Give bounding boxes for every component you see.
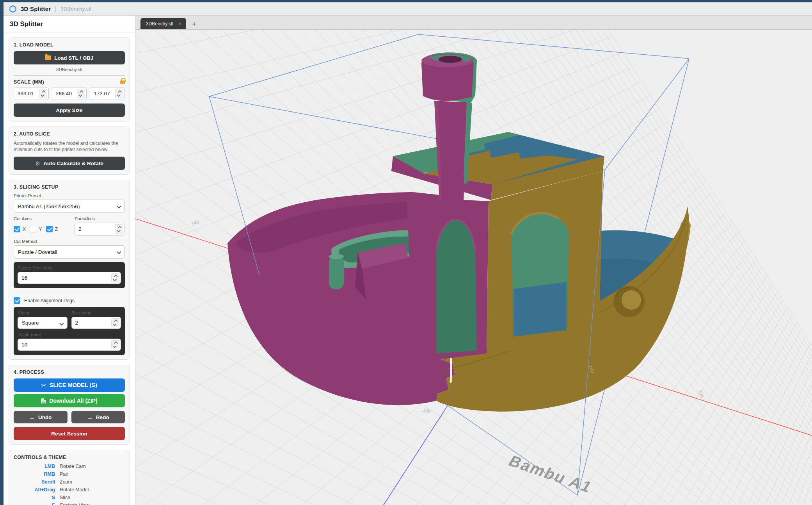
puzzle-options-panel: Puzzle Size (mm) xyxy=(14,262,125,288)
printer-preset-select[interactable]: Bambu A1 (256×256×256) xyxy=(14,200,125,213)
puzzle-size-input[interactable] xyxy=(18,272,121,284)
lock-icon[interactable] xyxy=(120,80,125,84)
svg-text:Bambu A1: Bambu A1 xyxy=(505,452,596,496)
control-hint-row: LMB Rotate Cam xyxy=(14,464,125,469)
auto-calculate-button[interactable]: ⚙ Auto Calculate & Rotate xyxy=(14,157,125,170)
tab-3dbenchy[interactable]: 3DBenchy.stl × xyxy=(140,18,186,29)
auto-slice-description: Automatically rotates the model and calc… xyxy=(14,140,125,153)
svg-text:140: 140 xyxy=(190,219,200,227)
chevron-down-icon xyxy=(117,250,121,254)
loaded-filename: 3DBenchy.stl xyxy=(14,67,125,72)
svg-text:200: 200 xyxy=(697,389,705,399)
window-top-edge xyxy=(0,0,812,2)
control-action: Pan xyxy=(60,471,68,477)
undo-arrow-icon: ← xyxy=(29,414,35,420)
puzzle-size-stepper[interactable] xyxy=(111,273,119,282)
axis-y-checkbox[interactable] xyxy=(30,226,36,232)
axis-x-label: X xyxy=(23,227,26,232)
control-action: Rotate Model xyxy=(60,487,89,493)
panel-auto-slice: 2. AUTO SLICE Automatically rotates the … xyxy=(9,127,130,175)
download-all-button[interactable]: Download All (ZIP) xyxy=(14,394,125,407)
peg-shape-label: Shape xyxy=(18,310,68,315)
process-title: 4. PROCESS xyxy=(14,369,125,375)
app-logo-hexagon-icon xyxy=(9,5,17,13)
control-key: RMB xyxy=(14,471,60,477)
cut-method-label: Cut Method xyxy=(14,239,125,244)
auto-slice-title: 2. AUTO SLICE xyxy=(14,131,125,137)
peg-shape-select[interactable]: Square xyxy=(18,317,68,329)
parts-axis-stepper[interactable] xyxy=(115,224,123,234)
control-key: Scroll xyxy=(14,479,60,485)
control-action: Rotate Cam xyxy=(60,464,86,469)
peg-size-label: Size (mm) xyxy=(71,310,121,315)
panel-process: 4. PROCESS ✂ SLICE MODEL (S) Download Al… xyxy=(9,365,130,445)
tab-close-icon[interactable]: × xyxy=(179,21,182,27)
control-key: E xyxy=(14,503,60,505)
sidebar: 3D Splitter 1. LOAD MODEL Load STL / OBJ… xyxy=(4,16,135,505)
axis-y-label: Y xyxy=(39,227,42,232)
peg-depth-input[interactable] xyxy=(18,339,121,351)
load-stl-label: Load STL / OBJ xyxy=(54,55,93,61)
reset-session-label: Reset Session xyxy=(51,431,87,437)
parts-axis-label: Parts/Axis xyxy=(75,216,125,221)
tab-strip: 3DBenchy.stl × + xyxy=(135,16,812,30)
window-left-edge xyxy=(0,0,4,505)
viewport-canvas[interactable]: Bambu A1100140200140 xyxy=(135,30,812,505)
control-key: Alt+Drag xyxy=(14,487,60,493)
control-action: Zoom xyxy=(60,479,72,485)
divider xyxy=(14,75,125,76)
axis-z-label: Z xyxy=(55,227,58,232)
load-model-title: 1. LOAD MODEL xyxy=(14,42,125,48)
tab-label: 3DBenchy.stl xyxy=(146,21,173,27)
printer-preset-value: Bambu A1 (256×256×256) xyxy=(18,203,80,209)
scale-label: SCALE (MM) xyxy=(14,79,44,85)
header-filename: 3DBenchy.stl xyxy=(60,6,91,12)
reset-session-button[interactable]: Reset Session xyxy=(14,427,125,440)
control-hint-row: S Slice xyxy=(14,495,125,500)
scale-z-stepper[interactable] xyxy=(115,89,123,98)
alignment-pegs-checkbox[interactable] xyxy=(14,297,20,304)
peg-depth-stepper[interactable] xyxy=(111,340,119,349)
panel-controls-theme: CONTROLS & THEME LMB Rotate Cam RMB Pan … xyxy=(9,450,130,505)
control-hint-row: E Explode View xyxy=(14,503,125,505)
redo-button[interactable]: → Redo xyxy=(71,411,125,423)
load-stl-button[interactable]: Load STL / OBJ xyxy=(14,51,125,64)
scale-y-stepper[interactable] xyxy=(77,89,85,98)
axis-z-checkbox[interactable] xyxy=(46,226,53,232)
tab-add-icon[interactable]: + xyxy=(192,20,196,28)
auto-calculate-label: Auto Calculate & Rotate xyxy=(43,161,103,166)
undo-label: Undo xyxy=(38,414,52,420)
app-title: 3D Splitter xyxy=(21,5,51,12)
slice-model-button[interactable]: ✂ SLICE MODEL (S) xyxy=(14,378,125,392)
apply-size-button[interactable]: Apply Size xyxy=(14,103,125,117)
cut-axes-label: Cut Axes xyxy=(14,216,71,221)
undo-button[interactable]: ← Undo xyxy=(14,411,68,423)
peg-size-stepper[interactable] xyxy=(111,318,119,327)
peg-depth-label: Depth (mm) xyxy=(18,332,121,337)
panel-slicing-setup: 3. SLICING SETUP Printer Preset Bambu A1… xyxy=(9,180,130,360)
svg-text:100: 100 xyxy=(422,407,432,415)
chevron-down-icon xyxy=(117,204,121,209)
cut-method-value: Puzzle / Dovetail xyxy=(18,249,57,255)
scale-x-stepper[interactable] xyxy=(39,89,47,98)
benchy-model[interactable] xyxy=(227,52,689,412)
slice-model-label: SLICE MODEL (S) xyxy=(50,382,97,388)
redo-arrow-icon: → xyxy=(87,414,93,420)
app-header: 3D Splitter 3DBenchy.stl xyxy=(4,2,812,16)
save-disk-icon xyxy=(41,398,46,403)
viewport-area: 3DBenchy.stl × + Bambu A1100140200140 xyxy=(135,16,812,505)
control-hint-row: Alt+Drag Rotate Model xyxy=(14,487,125,493)
chevron-down-icon xyxy=(59,321,64,326)
control-action: Slice xyxy=(60,495,70,500)
axis-x-checkbox[interactable] xyxy=(14,226,20,232)
cut-method-select[interactable]: Puzzle / Dovetail xyxy=(14,245,125,259)
control-action: Explode View xyxy=(60,503,89,505)
header-divider xyxy=(55,6,56,12)
slicing-setup-title: 3. SLICING SETUP xyxy=(14,184,125,190)
printer-preset-label: Printer Preset xyxy=(14,193,125,198)
download-all-label: Download All (ZIP) xyxy=(49,398,97,404)
control-key: LMB xyxy=(14,464,60,469)
apply-size-label: Apply Size xyxy=(56,107,82,113)
sidebar-header: 3D Splitter xyxy=(4,16,135,32)
gear-icon: ⚙ xyxy=(35,161,40,166)
